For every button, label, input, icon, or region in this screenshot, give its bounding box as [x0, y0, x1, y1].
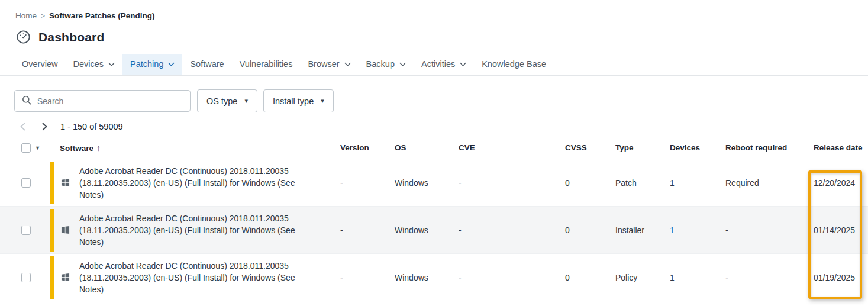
version-cell: -	[340, 226, 395, 235]
install-type-dropdown[interactable]: Install type ▾	[263, 89, 334, 112]
row-select-cell	[14, 273, 50, 282]
os-type-dropdown[interactable]: OS type ▾	[197, 89, 257, 112]
table-row[interactable]: Adobe Acrobat Reader DC (Continuous) 201…	[0, 159, 868, 207]
os-cell: Windows	[395, 226, 459, 235]
tab-label: Vulnerabilities	[240, 59, 293, 69]
reboot-required-cell: Required	[725, 178, 812, 188]
type-cell: Policy	[615, 273, 670, 282]
column-header-release-date[interactable]: Release date	[812, 143, 868, 152]
software-cell: Adobe Acrobat Reader DC (Continuous) 201…	[50, 254, 340, 301]
version-cell: -	[340, 178, 395, 188]
patches-table: ▾ Software ↑ Version OS CVE CVSS Type De…	[0, 137, 868, 301]
column-header-os[interactable]: OS	[395, 143, 459, 152]
version-cell: -	[340, 273, 395, 282]
tab-software[interactable]: Software	[182, 54, 231, 75]
row-select-cell	[14, 226, 50, 235]
devices-count-link[interactable]: 1	[670, 226, 725, 235]
search-box[interactable]	[14, 90, 191, 112]
release-date-cell: 01/19/2025	[812, 273, 868, 282]
tab-label: Devices	[73, 59, 104, 69]
filter-row: OS type ▾ Install type ▾	[0, 76, 868, 112]
breadcrumb-separator: >	[41, 12, 45, 20]
software-cell: Adobe Acrobat Reader DC (Continuous) 201…	[50, 207, 340, 253]
reboot-required-cell: -	[725, 273, 812, 282]
select-all-checkbox[interactable]	[21, 143, 31, 153]
tab-bar: Overview Devices Patching Software Vulne…	[0, 54, 868, 76]
type-cell: Patch	[615, 178, 670, 188]
release-date-cell: 01/14/2025	[812, 226, 868, 235]
cve-cell: -	[459, 178, 565, 188]
tab-backup[interactable]: Backup	[359, 54, 414, 75]
column-header-type[interactable]: Type	[615, 143, 670, 152]
devices-cell: 1	[670, 178, 725, 188]
column-header-cve[interactable]: CVE	[459, 143, 565, 152]
chevron-down-icon	[168, 62, 175, 67]
os-cell: Windows	[395, 273, 459, 282]
table-header-row: ▾ Software ↑ Version OS CVE CVSS Type De…	[0, 137, 868, 159]
chevron-down-icon	[399, 62, 406, 67]
tab-devices[interactable]: Devices	[65, 54, 122, 75]
table-row[interactable]: Adobe Acrobat Reader DC (Continuous) 201…	[0, 254, 868, 301]
dashboard-gauge-icon	[16, 30, 31, 44]
devices-cell: 1	[670, 273, 725, 282]
table-row[interactable]: Adobe Acrobat Reader DC (Continuous) 201…	[0, 207, 868, 254]
install-type-label: Install type	[273, 96, 314, 106]
software-name[interactable]: Adobe Acrobat Reader DC (Continuous) 201…	[79, 212, 307, 248]
select-menu-caret-icon[interactable]: ▾	[36, 144, 39, 151]
column-header-version[interactable]: Version	[340, 143, 395, 152]
caret-down-icon: ▾	[321, 98, 324, 104]
software-cell: Adobe Acrobat Reader DC (Continuous) 201…	[50, 159, 340, 206]
tab-patching[interactable]: Patching	[122, 54, 182, 75]
breadcrumb-home-link[interactable]: Home	[15, 11, 37, 20]
software-name[interactable]: Adobe Acrobat Reader DC (Continuous) 201…	[79, 260, 307, 295]
windows-logo-icon	[61, 273, 70, 282]
cvss-cell: 0	[565, 178, 615, 188]
chevron-down-icon	[460, 62, 466, 67]
caret-down-icon: ▾	[244, 98, 248, 104]
windows-logo-icon	[61, 178, 70, 187]
cvss-cell: 0	[565, 226, 615, 235]
header-select-cell: ▾	[14, 143, 50, 153]
page-title: Dashboard	[38, 30, 105, 44]
row-select-cell	[14, 178, 50, 188]
windows-logo-icon	[61, 226, 70, 234]
tab-label: Software	[190, 59, 224, 69]
cve-cell: -	[459, 226, 565, 235]
cvss-cell: 0	[565, 273, 615, 282]
breadcrumb: Home > Software Patches (Pending)	[0, 0, 868, 20]
tab-vulnerabilities[interactable]: Vulnerabilities	[232, 54, 301, 75]
tab-activities[interactable]: Activities	[414, 54, 474, 75]
tab-label: Browser	[308, 59, 339, 69]
previous-page-icon[interactable]	[19, 123, 27, 131]
row-checkbox[interactable]	[21, 273, 31, 282]
chevron-down-icon	[108, 62, 115, 67]
column-header-cvss[interactable]: CVSS	[565, 143, 615, 152]
software-name[interactable]: Adobe Acrobat Reader DC (Continuous) 201…	[79, 165, 307, 201]
row-checkbox[interactable]	[21, 226, 31, 235]
tab-knowledge-base[interactable]: Knowledge Base	[474, 54, 554, 75]
severity-bar	[50, 209, 54, 252]
os-type-label: OS type	[206, 96, 237, 106]
search-input[interactable]	[37, 96, 183, 106]
pagination: 1 - 150 of 59009	[0, 112, 868, 131]
tab-label: Activities	[421, 59, 455, 69]
column-header-software[interactable]: Software ↑	[50, 143, 340, 153]
os-cell: Windows	[395, 178, 459, 188]
tab-browser[interactable]: Browser	[300, 54, 358, 75]
cve-cell: -	[459, 273, 565, 282]
chevron-down-icon	[344, 62, 351, 67]
reboot-required-cell: -	[725, 226, 812, 235]
row-checkbox[interactable]	[21, 178, 31, 188]
severity-bar	[50, 162, 54, 204]
release-date-cell: 12/20/2024	[812, 178, 868, 188]
tab-label: Overview	[22, 59, 57, 69]
page-header: Dashboard	[0, 20, 868, 44]
sort-ascending-icon: ↑	[96, 143, 101, 153]
tab-overview[interactable]: Overview	[14, 54, 65, 75]
next-page-icon[interactable]	[40, 123, 49, 131]
pagination-range-text: 1 - 150 of 59009	[60, 122, 123, 131]
tab-label: Backup	[366, 59, 395, 69]
column-header-reboot-required[interactable]: Reboot required	[725, 143, 812, 152]
column-header-devices[interactable]: Devices	[670, 143, 725, 152]
tab-label: Knowledge Base	[482, 59, 546, 69]
